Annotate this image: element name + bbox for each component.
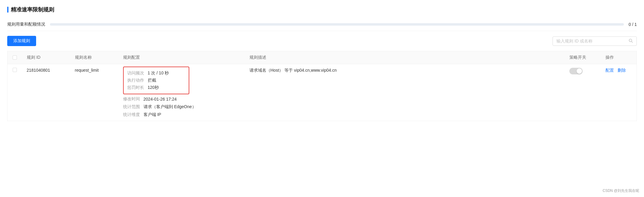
config-row-value: 120秒 [148,85,159,90]
rule-toggle[interactable] [569,68,583,74]
col-header-action: 操作 [601,51,637,64]
toolbar-row: 添加规则 [7,36,637,46]
config-highlight-row: 访问频次 1 次 / 10 秒 [127,70,185,77]
config-extra-value: 请求（客户端到 EdgeOne） [144,104,196,110]
row-checkbox[interactable] [13,68,17,72]
config-row-label: 访问频次 [127,70,145,76]
config-extra-row: 修改时间 2024-01-26 17:24 [123,95,240,103]
config-extra-row: 统计维度 客户端 IP [123,111,240,118]
rule-table: 规则 ID 规则名称 规则配置 规则描述 策略开关 操作 2181040801r… [7,51,637,121]
action-links: 配置删除 [605,68,632,73]
config-extra-label: 统计范围 [123,104,141,110]
row-config: 访问频次 1 次 / 10 秒 执行动作 拦截 惩罚时长 120秒 修改时间 2… [118,64,245,121]
action-删除[interactable]: 删除 [618,68,626,73]
row-action-cell: 配置删除 [601,64,637,121]
config-extra: 修改时间 2024-01-26 17:24 统计范围 请求（客户端到 EdgeO… [123,94,240,118]
config-row-value: 1 次 / 10 秒 [148,70,169,76]
header-checkbox[interactable] [13,55,17,60]
col-header-name: 规则名称 [70,51,118,64]
col-header-checkbox [8,51,22,64]
table-header: 规则 ID 规则名称 规则配置 规则描述 策略开关 操作 [8,51,637,64]
page-container: 精准速率限制规则 规则用量和配额情况 0 / 1 添加规则 [0,0,644,197]
quota-label: 规则用量和配额情况 [7,22,45,27]
config-highlight-row: 执行动作 拦截 [127,77,185,84]
config-row-label: 惩罚时长 [127,85,145,90]
row-checkbox-cell [8,64,22,121]
config-row-label: 执行动作 [127,78,145,83]
svg-line-1 [632,41,633,42]
config-extra-value: 客户端 IP [144,112,161,117]
watermark: CSDN @刘先生我在呢 [602,188,639,193]
config-extra-label: 修改时间 [123,96,141,102]
quota-bar-row: 规则用量和配额情况 0 / 1 [7,18,637,31]
action-配置[interactable]: 配置 [605,68,614,73]
quota-bar-wrap [50,23,624,26]
config-extra-row: 统计范围 请求（客户端到 EdgeOne） [123,103,240,111]
config-highlight-card: 访问频次 1 次 / 10 秒 执行动作 拦截 惩罚时长 120秒 [123,67,189,94]
table-row: 2181040801request_limit 访问频次 1 次 / 10 秒 … [8,64,637,121]
config-extra-label: 统计维度 [123,112,141,117]
row-desc: 请求域名（Host） 等于 vip04.cn,www.vip04.cn [245,64,565,121]
col-header-config: 规则配置 [118,51,245,64]
quota-count: 0 / 1 [629,22,637,27]
search-icon [629,39,633,44]
toggle-knob [577,68,582,74]
config-extra-value: 2024-01-26 17:24 [144,97,177,102]
config-row-value: 拦截 [148,78,156,83]
col-header-id: 规则 ID [22,51,70,64]
page-title: 精准速率限制规则 [7,6,637,13]
col-header-switch: 策略开关 [565,51,601,64]
add-rule-button[interactable]: 添加规则 [7,36,36,46]
search-input-wrap[interactable] [553,36,637,46]
table-body: 2181040801request_limit 访问频次 1 次 / 10 秒 … [8,64,637,121]
search-input[interactable] [556,39,627,43]
row-name: request_limit [70,64,118,121]
row-switch-cell [565,64,601,121]
row-id: 2181040801 [22,64,70,121]
col-header-desc: 规则描述 [245,51,565,64]
config-highlight-row: 惩罚时长 120秒 [127,84,185,91]
